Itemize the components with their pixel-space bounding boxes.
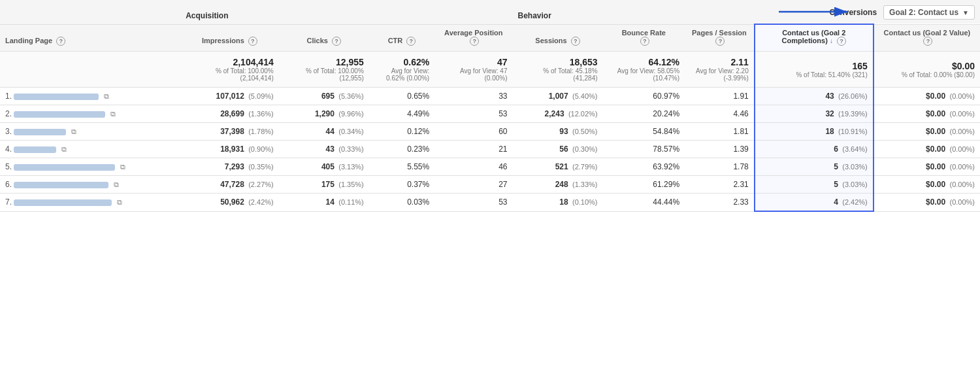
totals-completions-value: 165 [760, 61, 868, 71]
goal-value: $0.00 [926, 162, 945, 171]
sessions-value: 521 [555, 162, 568, 171]
clicks-cell: 405 (3.13%) [279, 158, 369, 176]
sessions-help-icon[interactable]: ? [571, 37, 580, 46]
totals-bounce-rate-cell: 64.12% Avg for View: 58.05% (10.47%) [603, 52, 685, 88]
bounce-rate-help-icon[interactable]: ? [640, 37, 649, 46]
clicks-cell: 44 (0.34%) [279, 123, 369, 141]
completions-cell: 5 (3.03%) [755, 158, 874, 176]
totals-landing-cell [0, 52, 180, 88]
goal-dropdown[interactable]: Goal 2: Contact us ▼ [883, 5, 975, 20]
goal-value-cell: $0.00 (0.00%) [874, 123, 980, 141]
copy-icon[interactable]: ⧉ [71, 128, 76, 136]
impressions-pct: (5.09%) [248, 92, 274, 100]
landing-page-cell: 1. ⧉ [0, 88, 180, 105]
sessions-value: 2,243 [545, 109, 564, 118]
goal-value-pct: (0.00%) [949, 128, 975, 135]
conversions-section-header: Conversions Goal 2: Contact us ▼ [755, 0, 980, 24]
pages-session-help-icon[interactable]: ? [715, 37, 725, 46]
landing-page-cell: 2. ⧉ [0, 105, 180, 123]
acquisition-label: Acquisition [186, 11, 228, 20]
totals-avg-position-sub: Avg for View: 47 (0.00%) [440, 67, 507, 82]
sessions-cell: 93 (0.50%) [512, 123, 602, 141]
totals-impressions-value: 2,104,414 [186, 57, 274, 67]
totals-completions-pct: % of Total: 51.40% (321) [760, 71, 868, 78]
clicks-value: 695 [321, 92, 335, 101]
sessions-pct: (12.02%) [568, 110, 598, 118]
sessions-pct: (2.79%) [572, 163, 598, 171]
copy-icon[interactable]: ⧉ [110, 110, 116, 118]
landing-url[interactable] [14, 182, 108, 188]
pages-session-col-header: Pages / Session ? [685, 24, 755, 52]
ctr-cell: 4.49% [369, 105, 434, 123]
pages-session-cell: 1.81 [685, 123, 755, 141]
completions-sort-icon[interactable]: ↓ [830, 37, 833, 44]
table-row: 5. ⧉ 7,293 (0.35%)405 (3.13%)5.55%46521 … [0, 158, 980, 176]
table-row: 1. ⧉ 107,012 (5.09%)695 (5.36%)0.65%331,… [0, 88, 980, 105]
pages-session-cell: 1.91 [685, 88, 755, 105]
landing-url[interactable] [14, 199, 112, 206]
clicks-cell: 695 (5.36%) [279, 88, 369, 105]
totals-impressions-cell: 2,104,414 % of Total: 100.00% (2,104,414… [180, 52, 279, 88]
copy-icon[interactable]: ⧉ [104, 92, 109, 101]
goal-value-cell: $0.00 (0.00%) [874, 158, 980, 176]
impressions-value: 28,699 [220, 109, 244, 118]
sessions-cell: 2,243 (12.02%) [512, 105, 602, 123]
landing-url[interactable] [14, 94, 99, 100]
goal-value-help-icon[interactable]: ? [923, 37, 932, 46]
landing-page-label: Landing Page [5, 37, 52, 44]
copy-icon[interactable]: ⧉ [120, 163, 125, 171]
goal-value-pct: (0.00%) [949, 110, 975, 118]
clicks-pct: (5.36%) [338, 92, 364, 100]
avg-position-label: Average Position [444, 29, 502, 37]
copy-icon[interactable]: ⧉ [117, 198, 122, 207]
ctr-label: CTR [388, 37, 403, 44]
clicks-pct: (0.11%) [338, 198, 364, 206]
clicks-help-icon[interactable]: ? [332, 37, 341, 46]
ctr-help-icon[interactable]: ? [406, 37, 416, 46]
completions-value: 32 [825, 109, 834, 118]
impressions-help-icon[interactable]: ? [248, 37, 257, 46]
goal-value-pct: (0.00%) [949, 180, 975, 188]
bounce-rate-cell: 60.97% [603, 88, 685, 105]
completions-help-icon[interactable]: ? [837, 37, 846, 46]
landing-page-cell: 6. ⧉ [0, 176, 180, 194]
landing-url[interactable] [14, 146, 56, 153]
sessions-pct: (0.10%) [572, 198, 598, 206]
sessions-pct: (1.33%) [572, 180, 598, 188]
totals-goal-value-cell: $0.00 % of Total: 0.00% ($0.00) [874, 52, 980, 88]
copy-icon[interactable]: ⧉ [61, 145, 67, 154]
completions-cell: 4 (2.42%) [755, 194, 874, 212]
clicks-value: 175 [321, 180, 335, 189]
landing-url[interactable] [14, 111, 105, 118]
copy-icon[interactable]: ⧉ [114, 180, 119, 189]
impressions-pct: (1.78%) [248, 128, 274, 135]
pages-session-value: 1.81 [733, 127, 748, 136]
pages-session-cell: 1.78 [685, 158, 755, 176]
totals-avg-position-cell: 47 Avg for View: 47 (0.00%) [434, 52, 512, 88]
landing-page-help-icon[interactable]: ? [56, 37, 65, 46]
landing-url[interactable] [14, 129, 66, 135]
clicks-value: 1,290 [315, 109, 335, 118]
clicks-value: 44 [326, 127, 335, 136]
goal-value-pct: (0.00%) [949, 198, 975, 206]
totals-goal-value-value: $0.00 [879, 61, 975, 71]
row-number: 3. [5, 127, 12, 136]
arrow-annotation [779, 0, 857, 25]
ctr-cell: 0.23% [369, 141, 434, 158]
completions-pct: (3.64%) [842, 145, 868, 153]
acquisition-section-header: Acquisition [180, 0, 512, 24]
avg-position-cell: 46 [434, 158, 512, 176]
completions-pct: (3.03%) [842, 163, 868, 171]
clicks-cell: 14 (0.11%) [279, 194, 369, 212]
clicks-pct: (3.13%) [338, 163, 364, 171]
ctr-value: 0.12% [407, 127, 429, 136]
completions-pct: (3.03%) [842, 180, 868, 188]
landing-url[interactable] [14, 164, 115, 171]
sessions-cell: 18 (0.10%) [512, 194, 602, 212]
goal-value-label: Contact us (Goal 2 Value) [884, 29, 971, 37]
impressions-label: Impressions [202, 37, 244, 44]
completions-cell: 6 (3.64%) [755, 141, 874, 158]
avg-position-value: 53 [498, 197, 507, 207]
avg-position-cell: 53 [434, 194, 512, 212]
avg-position-help-icon[interactable]: ? [470, 37, 479, 46]
